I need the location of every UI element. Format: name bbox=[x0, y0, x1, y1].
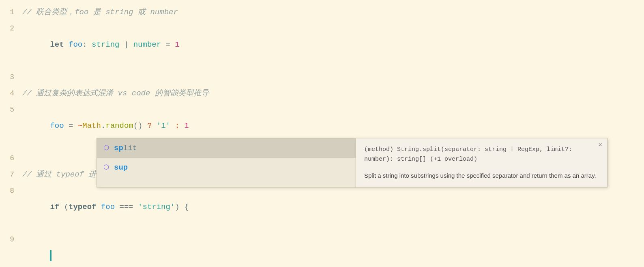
code-line-3: 3 bbox=[0, 69, 644, 85]
line-number-3: 3 bbox=[0, 69, 22, 85]
autocomplete-label-sup: sup bbox=[114, 161, 128, 174]
method-description: Split a string into substrings using the… bbox=[364, 171, 599, 181]
code-editor: 1 // 联合类型，foo 是 string 或 number 2 let fo… bbox=[0, 0, 644, 267]
bold-part-split: sp bbox=[114, 144, 123, 153]
line-content-3 bbox=[22, 69, 644, 85]
autocomplete-item-split[interactable]: ⬡ split bbox=[97, 138, 356, 158]
line-content-1: // 联合类型，foo 是 string 或 number bbox=[22, 4, 644, 20]
bold-part-sup: sup bbox=[114, 163, 128, 172]
code-line-4: 4 // 通过复杂的表达式混淆 vs code 的智能类型推导 bbox=[0, 85, 644, 101]
line-content-2: let foo: string | number = 1 bbox=[22, 20, 644, 69]
line-number-1: 1 bbox=[0, 4, 22, 20]
line-number-9: 9 bbox=[0, 231, 22, 248]
line-number-2: 2 bbox=[0, 20, 22, 37]
line-number-4: 4 bbox=[0, 85, 22, 101]
rest-part-split: lit bbox=[123, 144, 137, 153]
line-content-8: if (typeof foo === 'string') { bbox=[22, 183, 644, 231]
line-content-4: // 通过复杂的表达式混淆 vs code 的智能类型推导 bbox=[22, 85, 644, 101]
line-number-8: 8 bbox=[0, 183, 22, 199]
autocomplete-label-split: split bbox=[114, 142, 137, 155]
code-line-8: 8 if (typeof foo === 'string') { bbox=[0, 183, 644, 231]
close-button[interactable]: × bbox=[598, 142, 602, 149]
autocomplete-info-panel: × (method) String.split(separator: strin… bbox=[356, 138, 608, 187]
line-number-7: 7 bbox=[0, 166, 22, 183]
code-line-1: 1 // 联合类型，foo 是 string 或 number bbox=[0, 4, 644, 20]
line-content-9: foo.sp bbox=[22, 231, 644, 267]
code-line-2: 2 let foo: string | number = 1 bbox=[0, 20, 644, 69]
code-line-9: 9 foo.sp bbox=[0, 231, 644, 267]
line-number-5: 5 bbox=[0, 101, 22, 118]
method-signature: (method) String.split(separator: string … bbox=[364, 145, 599, 164]
autocomplete-popup[interactable]: ⬡ split ⬡ sup × (method) String.split(se… bbox=[97, 138, 608, 187]
line-number-6: 6 bbox=[0, 150, 22, 166]
method-icon-split: ⬡ bbox=[103, 142, 109, 155]
autocomplete-list[interactable]: ⬡ split ⬡ sup bbox=[97, 138, 356, 187]
method-icon-sup: ⬡ bbox=[103, 161, 109, 174]
autocomplete-item-sup[interactable]: ⬡ sup bbox=[97, 158, 356, 177]
